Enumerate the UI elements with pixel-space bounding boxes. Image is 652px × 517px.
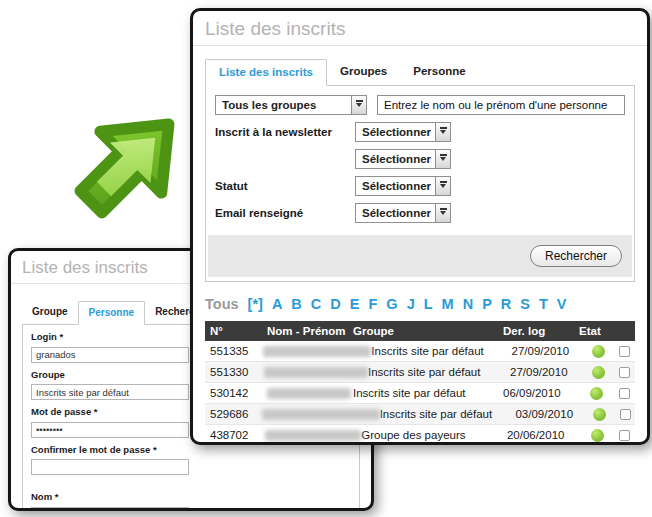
email-select-value: Sélectionner [356,207,435,219]
row-id: 438702 [205,429,265,441]
person-search-input[interactable] [377,95,625,115]
confirm-password-field-group: Confirmer le mot de passe * [31,444,189,476]
status-dot [592,366,605,379]
filter-letter[interactable]: D [330,296,340,312]
dropdown-arrow-icon [351,96,366,114]
status-label: Statut [215,180,355,192]
redacted-name [267,388,351,399]
redacted-name [262,409,380,420]
status-dot [593,408,606,421]
row-group: Inscrits site par défaut [371,345,511,357]
login-label: Login * [31,331,189,342]
tab-liste-des-inscrits[interactable]: Liste des inscrits [205,59,327,86]
row-checkbox[interactable] [619,367,630,378]
header-last-login: Der. log [503,325,579,337]
table-row: 438702 Groupe des payeurs 20/06/2010 [205,425,635,445]
row-group: Inscrits site par défaut [380,408,516,420]
status-select[interactable]: Sélectionner [355,176,451,196]
dropdown-arrow-icon [435,150,450,168]
group-input[interactable] [31,384,189,400]
secondary-select[interactable]: Sélectionner [355,149,451,169]
row-date: 27/09/2010 [512,345,583,357]
group-filter-select[interactable]: Tous les groupes [215,95,367,115]
lastname-field-group: Nom * [31,491,189,511]
row-date: 03/09/2010 [515,408,584,420]
row-group: Groupe des payeurs [361,429,507,441]
tab-groupes[interactable]: Groupes [327,59,400,85]
row-date: 27/09/2010 [510,366,582,378]
filter-letter[interactable]: C [311,296,321,312]
tab-personne-front[interactable]: Personne [400,59,478,85]
filter-letter[interactable]: F [368,296,377,312]
login-field-group: Login * [31,331,189,363]
table-row: 551335 Inscrits site par défaut 27/09/20… [205,341,635,362]
tab-groupe[interactable]: Groupe [22,301,78,324]
row-id: 530142 [205,387,267,399]
green-arrow-icon [55,90,203,238]
newsletter-select[interactable]: Sélectionner [355,122,451,142]
tab-personne[interactable]: Personne [78,301,146,325]
dropdown-arrow-icon [435,123,450,141]
filter-letter[interactable]: M [442,296,454,312]
header-group: Groupe [353,325,503,337]
filter-star[interactable]: [*] [248,296,263,312]
filter-letter[interactable]: T [539,296,548,312]
email-label: Email renseigné [215,207,355,219]
front-tab-bar: Liste des inscrits Groupes Personne [205,59,635,85]
status-select-value: Sélectionner [356,180,435,192]
filter-letter[interactable]: G [386,296,397,312]
row-id: 551330 [205,366,264,378]
search-button[interactable]: Rechercher [530,245,622,267]
members-table-header: N° Nom - Prénom Groupe Der. log Etat [205,321,635,341]
header-name: Nom - Prénom [267,325,353,337]
filter-letter[interactable]: N [463,296,473,312]
filter-letter[interactable]: J [407,296,415,312]
password-input[interactable] [31,422,189,438]
redacted-name [263,346,371,357]
table-row: 551330 Inscrits site par défaut 27/09/20… [205,362,635,383]
filter-letter[interactable]: A [272,296,282,312]
email-select[interactable]: Sélectionner [355,203,451,223]
confirm-password-input[interactable] [31,459,189,475]
row-date: 20/06/2010 [507,429,581,441]
redacted-name [265,430,361,441]
front-window-title: Liste des inscrits [193,11,647,46]
password-field-group: Mot de passe * [31,406,189,438]
row-date: 06/09/2010 [503,387,579,399]
newsletter-label: Inscrit à la newsletter [215,126,355,138]
filter-letter[interactable]: V [557,296,567,312]
filter-letter[interactable]: S [520,296,530,312]
status-dot [592,345,605,358]
members-table: N° Nom - Prénom Groupe Der. log Etat 551… [205,321,635,445]
password-label: Mot de passe * [31,406,189,417]
row-id: 551335 [205,345,263,357]
group-filter-value: Tous les groupes [216,99,322,111]
alphabet-filter: Tous [*] A B C D E F G J L M N P R S T V [205,296,635,312]
confirm-password-label: Confirmer le mot de passe * [31,444,189,455]
row-checkbox[interactable] [619,346,630,357]
row-checkbox[interactable] [619,430,630,441]
login-input[interactable] [31,347,189,363]
group-label: Groupe [31,369,189,380]
status-dot [590,387,603,400]
filter-letter[interactable]: R [501,296,511,312]
group-field-group: Groupe [31,369,189,401]
filter-all[interactable]: Tous [205,296,239,312]
dropdown-arrow-icon [435,177,450,195]
filter-letter[interactable]: B [291,296,301,312]
secondary-select-value: Sélectionner [356,153,435,165]
table-row: 529686 Inscrits site par défaut 03/09/20… [205,404,635,425]
search-form: Tous les groupes Inscrit à la newsletter… [205,85,635,282]
filter-letter[interactable]: E [350,296,360,312]
row-checkbox[interactable] [619,388,630,399]
front-window: Liste des inscrits Liste des inscrits Gr… [190,8,650,445]
lastname-input[interactable] [31,507,189,512]
filter-letter[interactable]: P [482,296,492,312]
screenshot-canvas: Liste des inscrits Groupe Personne Reche… [0,0,652,517]
filter-letter[interactable]: L [424,296,433,312]
dropdown-arrow-icon [435,204,450,222]
row-checkbox[interactable] [620,409,631,420]
green-arrow-graphic [55,90,203,238]
row-id: 529686 [205,408,262,420]
row-group: Inscrits site par défaut [368,366,510,378]
